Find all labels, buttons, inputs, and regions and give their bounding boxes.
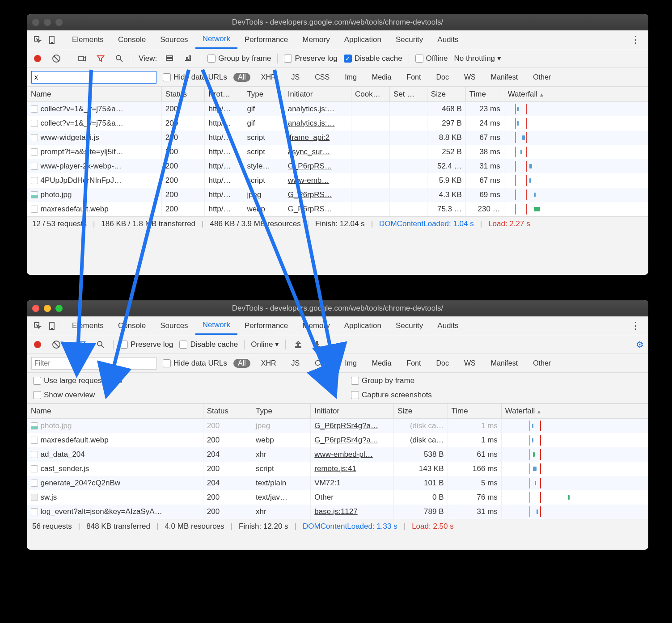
cell-initiator[interactable]: www-embed-pl… [311,447,394,462]
camera-icon[interactable] [76,52,88,65]
cell-initiator[interactable]: analytics.js:… [284,102,351,117]
col-set[interactable]: Set … [390,87,427,102]
col-size[interactable]: Size [427,87,465,102]
cell-initiator[interactable]: analytics.js:… [284,116,351,130]
large-rows-checkbox[interactable]: Use large request rows [33,376,324,385]
col-status[interactable]: Status [161,87,205,102]
tab-security[interactable]: Security [389,316,430,335]
table-row[interactable]: sw.js200text/jav…Other0 B76 ms [27,490,648,505]
filter-chip-font[interactable]: Font [402,73,425,82]
filter-chip-other[interactable]: Other [528,73,555,82]
cell-initiator[interactable]: G_P6rpRS… [284,159,351,173]
search-icon[interactable] [94,338,107,351]
filter-chip-ws[interactable]: WS [460,359,480,368]
filter-input[interactable] [31,357,156,370]
tab-elements[interactable]: Elements [65,316,111,335]
disable-cache-checkbox[interactable]: Disable cache [179,340,238,349]
record-icon[interactable] [31,338,44,351]
filter-chip-img[interactable]: Img [340,73,361,82]
device-icon[interactable] [45,319,59,333]
table-row[interactable]: 4PUpJpDdHqrNInFpJ…200http/…scriptwww-emb… [27,173,648,188]
filter-chip-css[interactable]: CSS [310,73,334,82]
show-overview-checkbox[interactable]: Show overview [33,391,324,400]
overview-icon[interactable] [182,52,194,65]
inspect-icon[interactable] [30,33,45,47]
tab-application[interactable]: Application [337,316,389,335]
tab-memory[interactable]: Memory [295,30,337,49]
table-row[interactable]: generate_204?cQ2nBw204text/plainVM72:110… [27,476,648,490]
filter-chip-css[interactable]: CSS [310,359,334,368]
filter-chip-xhr[interactable]: XHR [257,359,281,368]
cell-initiator[interactable]: Other [311,490,394,505]
settings-icon[interactable]: ⚙ [636,339,644,350]
offline-checkbox[interactable]: Offline [415,54,448,63]
disable-cache-checkbox[interactable]: Disable cache [344,54,402,63]
tab-elements[interactable]: Elements [65,30,111,49]
search-icon[interactable] [113,52,126,65]
filter-icon[interactable] [76,338,88,351]
tab-console[interactable]: Console [111,316,153,335]
tab-security[interactable]: Security [389,30,430,49]
cell-initiator[interactable]: www-emb… [284,173,351,188]
col-prot[interactable]: Prot… [205,87,243,102]
clear-icon[interactable] [50,338,63,351]
cell-initiator[interactable]: G_P6rpRS… [284,202,351,216]
filter-chip-xhr[interactable]: XHR [257,73,281,82]
group-by-frame-checkbox[interactable]: Group by frame [351,376,642,385]
device-icon[interactable] [45,33,59,47]
filter-chip-all[interactable]: All [233,73,250,82]
cell-initiator[interactable]: async_sur… [284,145,351,159]
zoom-icon[interactable] [55,19,63,26]
tab-network[interactable]: Network [195,30,237,49]
col-type[interactable]: Type [243,87,284,102]
filter-chip-manifest[interactable]: Manifest [486,359,522,368]
filter-input[interactable] [31,71,156,84]
cell-initiator[interactable]: base.js:1127 [311,505,394,519]
filter-chip-js[interactable]: JS [287,359,304,368]
throttling-select[interactable]: Online ▾ [251,340,279,349]
col-waterfall[interactable]: Waterfall [501,404,648,419]
hide-data-urls-checkbox[interactable]: Hide data URLs [163,359,227,368]
filter-chip-other[interactable]: Other [528,359,555,368]
group-by-frame-checkbox[interactable]: Group by frame [207,54,271,63]
col-initiator[interactable]: Initiator [311,404,394,419]
cell-initiator[interactable]: G_P6rpRSr4g?a… [311,433,394,447]
filter-chip-manifest[interactable]: Manifest [486,73,522,82]
close-icon[interactable] [32,305,39,312]
cell-initiator[interactable]: G_P6rpRS… [284,188,351,202]
table-row[interactable]: maxresdefault.webp200webpG_P6rpRSr4g?a…(… [27,433,648,447]
tab-audits[interactable]: Audits [430,30,465,49]
filter-chip-font[interactable]: Font [402,359,425,368]
table-row[interactable]: collect?v=1&_v=j75&a…200http/…gifanalyti… [27,102,648,117]
minimize-icon[interactable] [44,19,51,26]
kebab-icon[interactable]: ⋮ [626,320,645,332]
col-waterfall[interactable]: Waterfall [504,87,648,102]
cell-initiator[interactable]: iframe_api:2 [284,130,351,145]
col-time[interactable]: Time [448,404,501,419]
table-row[interactable]: www-widgetapi.js200http/…scriptiframe_ap… [27,130,648,145]
tab-sources[interactable]: Sources [153,316,195,335]
col-time[interactable]: Time [465,87,504,102]
col-initiator[interactable]: Initiator [284,87,351,102]
filter-chip-img[interactable]: Img [340,359,361,368]
col-name[interactable]: Name [27,404,203,419]
filter-chip-media[interactable]: Media [368,73,396,82]
tab-audits[interactable]: Audits [430,316,465,335]
cell-initiator[interactable]: G_P6rpRSr4g?a… [311,419,394,434]
kebab-icon[interactable]: ⋮ [626,34,645,46]
filter-chip-media[interactable]: Media [368,359,396,368]
table-row[interactable]: cast_sender.js200scriptremote.js:41143 K… [27,462,648,476]
zoom-icon[interactable] [55,305,63,312]
cell-initiator[interactable]: VM72:1 [311,476,394,490]
tab-performance[interactable]: Performance [237,316,295,335]
tab-sources[interactable]: Sources [153,30,195,49]
record-icon[interactable] [31,52,44,65]
filter-chip-all[interactable]: All [233,359,250,368]
table-row[interactable]: www-player-2x-webp-…200http/…style…G_P6r… [27,159,648,173]
tab-memory[interactable]: Memory [295,316,337,335]
table-row[interactable]: prompt?t=a&site=ylj5if…200http/…scriptas… [27,145,648,159]
cell-initiator[interactable]: remote.js:41 [311,462,394,476]
table-row[interactable]: ad_data_204204xhrwww-embed-pl…538 B61 ms [27,447,648,462]
filter-chip-ws[interactable]: WS [460,73,480,82]
upload-icon[interactable] [292,338,304,351]
